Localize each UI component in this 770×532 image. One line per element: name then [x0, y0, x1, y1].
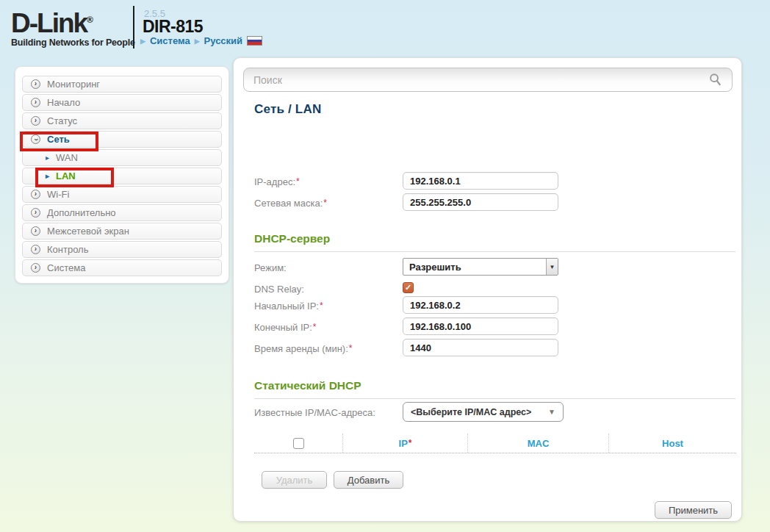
sidebar-item-label: Дополнительно — [47, 207, 116, 218]
circle-chevron-icon: › — [31, 263, 40, 273]
dhcp-mode-select[interactable]: Разрешить ▼ — [403, 258, 558, 276]
lease-time-field[interactable] — [403, 339, 558, 356]
breadcrumb: ▶ Система ▶ Русский — [140, 35, 262, 46]
required-mark: * — [296, 176, 300, 187]
column-header-mac: MAC — [467, 434, 608, 453]
form-row-lease-time: Время аренды (мин):* — [254, 339, 735, 358]
sidebar-item-start[interactable]: › Начало — [22, 94, 222, 111]
required-mark: * — [409, 438, 412, 448]
add-button[interactable]: Добавить — [334, 471, 403, 489]
form-row-ip-address: IP-адрес:* — [254, 172, 735, 191]
search-input[interactable] — [253, 74, 708, 86]
sidebar-item-system[interactable]: › Система — [22, 259, 222, 276]
circle-chevron-icon: › — [31, 79, 40, 89]
form-row-known-addresses: Известные IP/MAC-адреса: <Выберите IP/MA… — [254, 402, 735, 423]
dlink-logo-tagline: Building Networks for People — [11, 37, 135, 48]
form-row-mode: Режим: Разрешить ▼ — [254, 258, 735, 277]
header-divider — [133, 6, 134, 48]
select-all-checkbox[interactable] — [293, 438, 304, 449]
delete-button[interactable]: Удалить — [262, 471, 327, 489]
field-label: Время аренды (мин):* — [254, 339, 352, 358]
sidebar-item-wan[interactable]: ▸ WAN — [22, 149, 222, 166]
required-mark: * — [313, 322, 317, 332]
end-ip-field[interactable] — [403, 317, 558, 335]
field-label: Сетевая маска:* — [254, 193, 327, 212]
dlink-logo: D-Link® Building Networks for People — [11, 7, 135, 48]
sidebar-item-advanced[interactable]: › Дополнительно — [22, 204, 222, 221]
page-title: Сеть / LAN — [254, 102, 321, 117]
sidebar-item-label: Начало — [47, 97, 80, 108]
sidebar-item-status[interactable]: › Статус — [22, 112, 222, 129]
table-header-row: IP* MAC Host — [254, 434, 736, 453]
chevron-down-icon: ▼ — [550, 264, 555, 270]
system-menu-link[interactable]: Система — [150, 35, 190, 46]
language-link[interactable]: Русский — [204, 35, 243, 46]
sidebar-item-label: Статус — [47, 115, 77, 126]
circle-chevron-icon: › — [31, 116, 40, 126]
required-mark: * — [323, 198, 327, 208]
registered-mark: ® — [87, 15, 93, 25]
dhcp-section-title: DHCP-сервер — [254, 232, 735, 252]
field-label: IP-адрес:* — [254, 172, 300, 191]
annotation-box-network — [20, 132, 98, 151]
dns-relay-checkbox[interactable]: ✓ — [403, 282, 414, 293]
sub-arrow-icon: ▸ — [46, 154, 49, 162]
breadcrumb-arrow-icon: ▶ — [195, 37, 200, 45]
annotation-box-lan — [35, 168, 114, 187]
sidebar-item-label: Межсетевой экран — [47, 226, 129, 237]
dropdown-arrow-icon: ▼ — [548, 408, 555, 416]
sidebar-item-label: Wi-Fi — [47, 189, 69, 200]
device-model: DIR-815 — [143, 17, 203, 37]
form-row-netmask: Сетевая маска:* — [254, 193, 735, 212]
form-row-end-ip: Конечный IP:* — [254, 317, 735, 337]
sidebar-item-label: Контроль — [47, 244, 88, 255]
sidebar-item-label: Система — [47, 262, 85, 273]
column-header-ip: IP* — [342, 434, 467, 453]
circle-chevron-icon: › — [31, 190, 40, 199]
circle-chevron-icon: › — [31, 98, 40, 107]
russian-flag-icon — [247, 36, 262, 46]
known-ip-mac-dropdown[interactable]: <Выберите IP/MAC адрес> ▼ — [403, 402, 564, 422]
netmask-field[interactable] — [403, 193, 558, 211]
circle-chevron-icon: › — [31, 208, 40, 218]
field-label: Известные IP/MAC-адреса: — [254, 402, 375, 423]
field-label: Режим: — [254, 258, 287, 277]
sidebar-item-label: WAN — [56, 152, 78, 163]
dlink-logo-text: D-Link® — [11, 7, 135, 37]
select-arrow-button[interactable]: ▼ — [546, 259, 558, 275]
sidebar-item-label: Мониторинг — [47, 79, 100, 90]
start-ip-field[interactable] — [403, 296, 558, 314]
field-label: Начальный IP:* — [254, 296, 323, 315]
required-mark: * — [349, 343, 353, 353]
ip-address-field[interactable] — [403, 172, 558, 190]
apply-button[interactable]: Применить — [655, 501, 732, 519]
breadcrumb-arrow-icon: ▶ — [140, 37, 145, 45]
search-icon[interactable] — [708, 73, 722, 87]
main-content-panel: Сеть / LAN IP-адрес:* Сетевая маска:* DH… — [233, 57, 742, 522]
select-all-column — [254, 434, 342, 453]
sidebar-item-monitoring[interactable]: › Мониторинг — [22, 76, 222, 93]
form-row-start-ip: Начальный IP:* — [254, 296, 735, 315]
field-label: Конечный IP:* — [254, 317, 317, 337]
sidebar-item-firewall[interactable]: › Межсетевой экран — [22, 223, 222, 240]
check-icon: ✓ — [405, 284, 411, 292]
column-header-host: Host — [608, 434, 736, 453]
static-dhcp-section-title: Статический DHCP — [254, 379, 735, 399]
required-mark: * — [320, 301, 323, 311]
static-dhcp-table: IP* MAC Host — [254, 434, 736, 453]
circle-chevron-icon: › — [31, 245, 40, 254]
header: D-Link® Building Networks for People 2.5… — [0, 0, 770, 57]
circle-chevron-icon: › — [31, 226, 40, 236]
search-bar — [243, 68, 733, 92]
sidebar-item-control[interactable]: › Контроль — [22, 241, 222, 258]
sidebar-item-wifi[interactable]: › Wi-Fi — [22, 186, 222, 203]
